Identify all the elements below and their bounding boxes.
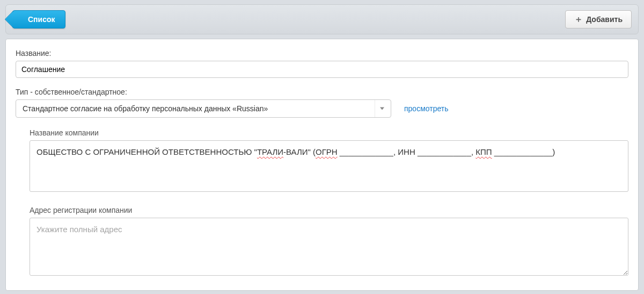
chevron-down-icon: [375, 100, 391, 117]
list-button[interactable]: Список: [12, 10, 65, 28]
add-button[interactable]: ＋ Добавить: [565, 10, 632, 28]
type-select-value: Стандартное согласие на обработку персон…: [23, 104, 268, 113]
view-link[interactable]: просмотреть: [404, 104, 448, 113]
add-button-label: Добавить: [586, 15, 623, 24]
form-panel: Название: Тип - собственное/стандартное:…: [5, 39, 639, 291]
type-select[interactable]: Стандартное согласие на обработку персон…: [16, 99, 391, 118]
type-label: Тип - собственное/стандартное:: [16, 88, 628, 96]
name-input[interactable]: [16, 61, 628, 78]
company-name-textarea[interactable]: ОБЩЕСТВО С ОГРАНИЧЕННОЙ ОТВЕТСТВЕННОСТЬЮ…: [30, 140, 628, 192]
list-button-label: Список: [28, 15, 55, 24]
company-name-label: Название компании: [30, 128, 628, 137]
address-label: Адрес регистрации компании: [30, 206, 628, 214]
name-label: Название:: [16, 49, 628, 58]
toolbar: Список ＋ Добавить: [5, 4, 639, 34]
plus-icon: ＋: [574, 15, 583, 24]
type-row: Стандартное согласие на обработку персон…: [16, 99, 628, 118]
address-textarea[interactable]: [30, 218, 628, 276]
